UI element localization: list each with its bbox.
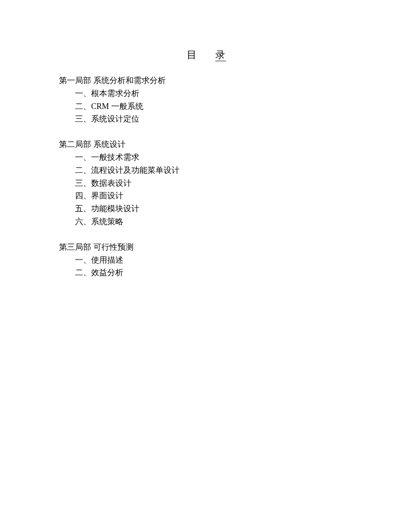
section-2-item-4: 四、界面设计 (59, 189, 411, 202)
toc-title: 目录 (59, 48, 354, 62)
section-1-item-1: 一、根本需求分析 (59, 87, 411, 100)
section-2-item-2: 二、流程设计及功能菜单设计 (59, 164, 411, 177)
section-2: 第二局部 系统设计 一、一般技术需求 二、流程设计及功能菜单设计 三、数据表设计… (59, 138, 411, 228)
section-2-item-1: 一、一般技术需求 (59, 151, 411, 164)
section-2-item-6: 六、系统策略 (59, 215, 411, 228)
section-2-item-3: 三、数据表设计 (59, 177, 411, 190)
section-3: 第三局部 可行性预测 一、使用描述 二、效益分析 (59, 241, 411, 279)
section-3-item-2: 二、效益分析 (59, 266, 411, 279)
section-1-item-3: 三、系统设计定位 (59, 113, 411, 126)
section-2-heading: 第二局部 系统设计 (59, 138, 411, 151)
section-2-item-5: 五、功能模块设计 (59, 202, 411, 215)
section-3-heading: 第三局部 可行性预测 (59, 241, 411, 254)
title-char-1: 目 (187, 48, 197, 62)
section-3-item-1: 一、使用描述 (59, 254, 411, 267)
section-1: 第一局部 系统分析和需求分析 一、根本需求分析 二、CRM 一般系统 三、系统设… (59, 74, 411, 126)
section-1-heading: 第一局部 系统分析和需求分析 (59, 74, 411, 87)
title-char-2: 录 (215, 49, 226, 60)
section-1-item-2: 二、CRM 一般系统 (59, 100, 411, 113)
